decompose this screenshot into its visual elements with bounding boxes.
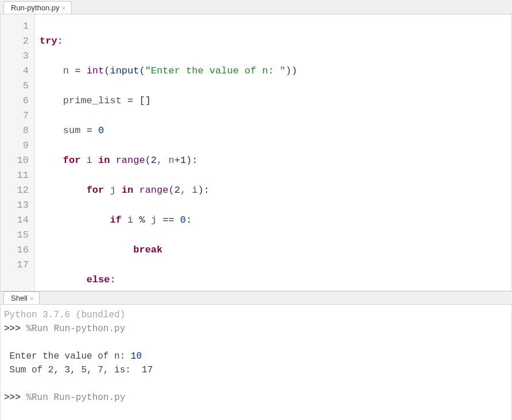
code-line: prime_list = []	[40, 94, 511, 108]
var-n: n	[63, 65, 75, 76]
var-sum: sum	[63, 125, 87, 136]
code-line: if i % j == 0:	[40, 213, 511, 228]
var-j: j	[104, 185, 122, 196]
num: 0	[98, 125, 104, 136]
eq: =	[75, 65, 80, 76]
kw-in: in	[122, 185, 133, 196]
kw-break: break	[133, 244, 162, 255]
line-number: 4	[1, 64, 29, 79]
shell-prompt: >>>	[4, 324, 21, 334]
op-mod: %	[139, 215, 145, 225]
shell-command: %Run Run-python.py	[21, 324, 125, 334]
line-number: 3	[1, 49, 29, 64]
close-icon[interactable]: ×	[30, 295, 33, 302]
code-line: break	[40, 243, 511, 258]
shell-tab-label: Shell	[11, 294, 28, 302]
kw-if: if	[110, 215, 121, 225]
arg: , i	[180, 185, 198, 196]
close-icon[interactable]: ×	[62, 5, 65, 11]
line-number: 15	[1, 228, 29, 243]
line-number: 5	[1, 79, 29, 94]
colon: :	[57, 36, 63, 46]
code-line: for i in range(2, n+1):	[40, 153, 511, 168]
shell-banner: Python 3.7.6 (bundled)	[4, 310, 125, 320]
var-i: i	[80, 155, 98, 166]
kw-try: try	[40, 36, 57, 46]
code-line: sum = 0	[40, 123, 511, 138]
builtin-range: range	[116, 155, 145, 166]
code-line: n = int(input("Enter the value of n: "))	[40, 64, 511, 79]
code-area[interactable]: try: n = int(input("Enter the value of n…	[35, 14, 511, 291]
line-number: 14	[1, 213, 29, 228]
editor-pane: 1 2 3 4 5 6 7 8 9 10 11 12 13 14 15 16 1…	[0, 14, 512, 291]
line-number: 2	[1, 34, 29, 49]
paren: ):	[186, 155, 197, 166]
paren: (	[139, 65, 145, 76]
line-number: 13	[1, 198, 29, 213]
num: 0	[174, 215, 186, 225]
paren: (	[145, 155, 151, 166]
kw-in: in	[98, 155, 110, 166]
line-number: 11	[1, 168, 29, 183]
builtin-int: int	[87, 65, 104, 76]
line-number: 17	[1, 258, 29, 273]
shell-pane: Shell × Python 3.7.6 (bundled) >>> %Run …	[0, 291, 512, 420]
code-line: try:	[40, 34, 511, 49]
op-eq: ==	[162, 215, 174, 225]
line-number: 1	[1, 19, 29, 34]
num: 2	[151, 155, 157, 166]
func-input: input	[110, 65, 139, 76]
shell-user-input: 10	[131, 351, 142, 361]
num: 1	[180, 155, 186, 166]
line-number: 10	[1, 153, 29, 168]
line-number: 12	[1, 183, 29, 198]
editor-tab-bar: Run-python.py ×	[0, 0, 512, 14]
line-number-gutter: 1 2 3 4 5 6 7 8 9 10 11 12 13 14 15 16 1…	[1, 14, 35, 291]
line-number: 16	[1, 243, 29, 258]
kw-else: else	[87, 274, 110, 285]
brackets: []	[139, 95, 150, 106]
op-plus: +	[174, 155, 180, 166]
arg: , n	[157, 155, 174, 166]
kw-for: for	[63, 155, 81, 166]
paren: ))	[286, 65, 297, 76]
shell-tab[interactable]: Shell ×	[3, 291, 40, 304]
expr: j	[145, 215, 163, 225]
colon: :	[110, 274, 115, 285]
shell-output-line: Enter the value of n:	[4, 351, 131, 361]
line-number: 9	[1, 138, 29, 153]
paren: ):	[197, 185, 209, 196]
paren: (	[104, 65, 110, 76]
var-prime-list: prime_list	[63, 95, 127, 106]
line-number: 6	[1, 94, 29, 108]
eq: =	[87, 125, 92, 136]
expr: i	[122, 215, 139, 225]
num: 2	[174, 185, 180, 196]
line-number: 7	[1, 108, 29, 123]
code-line: for j in range(2, i):	[40, 183, 511, 198]
colon: :	[186, 215, 192, 225]
shell-output[interactable]: Python 3.7.6 (bundled) >>> %Run Run-pyth…	[0, 305, 512, 420]
editor-tab-label: Run-python.py	[11, 3, 60, 12]
builtin-range: range	[139, 185, 168, 196]
kw-for: for	[87, 185, 104, 196]
shell-output-line: Sum of 2, 3, 5, 7, is: 17	[4, 365, 153, 375]
shell-tab-bar: Shell ×	[0, 291, 512, 305]
string: "Enter the value of n: "	[145, 65, 286, 76]
shell-prompt: >>>	[4, 392, 21, 403]
shell-command: %Run Run-python.py	[21, 392, 125, 403]
code-line: else:	[40, 273, 511, 287]
line-number: 8	[1, 123, 29, 138]
editor-tab[interactable]: Run-python.py ×	[3, 1, 72, 14]
eq: =	[127, 95, 133, 106]
paren: (	[168, 185, 174, 196]
